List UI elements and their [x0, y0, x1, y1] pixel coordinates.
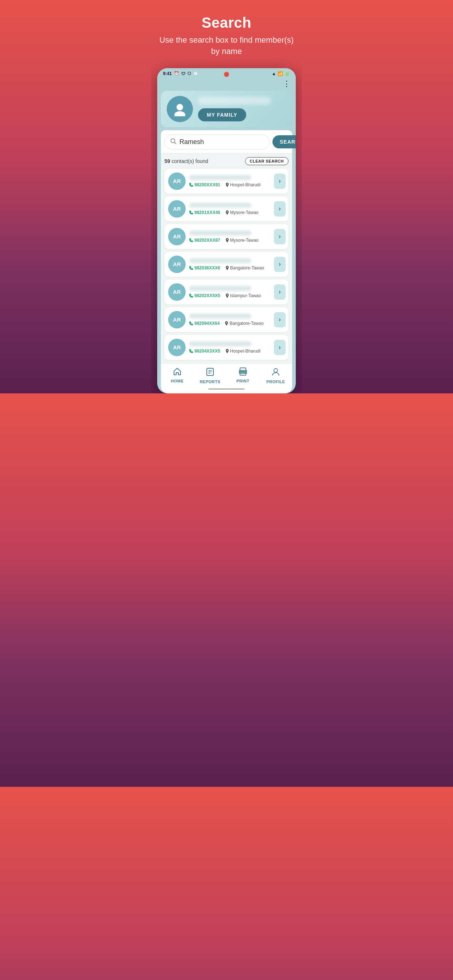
- contact-info: 98202XX5X5 Islampur-Tawao: [189, 286, 270, 298]
- reports-icon: [206, 368, 214, 379]
- status-clock-icon: 🕐: [193, 71, 198, 76]
- location-icon: [225, 238, 229, 242]
- contact-phone: 982094XX64: [189, 321, 220, 326]
- contact-chevron-button[interactable]: ›: [274, 257, 286, 272]
- svg-line-3: [175, 142, 176, 144]
- contact-details: 98200XXX91 Hospet-Bharudi: [189, 182, 270, 188]
- profile-info: MY FAMILY: [198, 97, 286, 121]
- location-icon: [225, 210, 229, 215]
- avatar: [167, 96, 193, 122]
- search-section: SEARCH FILTERS: [161, 130, 292, 153]
- search-button[interactable]: SEARCH: [273, 135, 296, 148]
- svg-point-12: [274, 369, 278, 372]
- svg-rect-8: [240, 368, 246, 372]
- contact-location: Mysore-Tawao: [225, 210, 258, 215]
- contact-avatar: AR: [168, 172, 186, 190]
- contact-name-blurred: [189, 203, 251, 208]
- search-icon: [170, 138, 177, 146]
- home-indicator: [161, 386, 292, 393]
- results-count: 59 contact(s) found: [164, 158, 208, 164]
- contact-info: 98202XXX87 Mysore-Tawao: [189, 231, 270, 243]
- menu-button[interactable]: ⋮: [157, 78, 296, 89]
- contact-location: Mysore-Tawao: [225, 238, 258, 243]
- clear-search-button[interactable]: CLEAR SEARCH: [245, 157, 289, 165]
- phone-icon: [189, 266, 193, 270]
- contact-info: 98200XXX91 Hospet-Bharudi: [189, 175, 270, 188]
- contact-avatar: AR: [168, 228, 186, 245]
- contact-avatar: AR: [168, 283, 186, 301]
- location-icon: [225, 183, 229, 187]
- home-label: HOME: [171, 379, 184, 383]
- contact-phone: 98200XXX91: [189, 182, 220, 188]
- status-time: 9:41: [163, 71, 172, 76]
- search-input-wrapper[interactable]: [164, 135, 270, 150]
- contact-location: Hospet-Bharudi: [225, 182, 260, 188]
- phone-icon: [189, 321, 193, 325]
- location-icon: [225, 266, 229, 270]
- contacts-list: AR 98200XXX91 Hospet-Bharudi › A: [164, 169, 289, 360]
- contact-details: 982094XX64 Bangalore-Tawao: [189, 321, 270, 326]
- contact-location: Bangalore-Tawao: [225, 266, 264, 270]
- nav-item-profile[interactable]: PROFILE: [259, 368, 292, 384]
- contact-card: AR 98200XXX91 Hospet-Bharudi ›: [164, 169, 289, 194]
- contact-details: 98202XX5X5 Islampur-Tawao: [189, 293, 270, 298]
- svg-point-1: [174, 111, 185, 116]
- contact-chevron-button[interactable]: ›: [274, 201, 286, 216]
- contact-card: AR 98202XXX87 Mysore-Tawao ›: [164, 224, 289, 249]
- record-dot: [224, 72, 229, 77]
- contact-avatar: AR: [168, 339, 186, 356]
- phone-icon: [189, 238, 193, 242]
- contact-chevron-button[interactable]: ›: [274, 173, 286, 189]
- contact-details: 98204X3XX5 Hospet-Bharudi: [189, 348, 270, 354]
- page-title: Search: [158, 14, 295, 31]
- status-alarm-icon: ⏰: [174, 71, 179, 76]
- nav-item-print[interactable]: PRINT: [226, 368, 259, 384]
- contact-info: 982094XX64 Bangalore-Tawao: [189, 313, 270, 326]
- search-input[interactable]: [179, 138, 264, 146]
- profile-name-blurred: [198, 97, 271, 105]
- contact-name-blurred: [189, 175, 251, 180]
- contact-chevron-button[interactable]: ›: [274, 229, 286, 244]
- status-shield-icon: 🛡: [181, 72, 185, 76]
- contact-card: AR 98201XXX45 Mysore-Tawao ›: [164, 197, 289, 221]
- contact-phone: 982036XXX6: [189, 266, 220, 270]
- status-left: 9:41 ⏰ 🛡 ⬡ 🕐: [163, 71, 198, 76]
- contact-name-blurred: [189, 258, 251, 263]
- contact-location: Islampur-Tawao: [225, 293, 261, 298]
- contact-avatar: AR: [168, 256, 186, 273]
- search-row: SEARCH FILTERS: [164, 135, 289, 150]
- nav-item-reports[interactable]: REPORTS: [194, 368, 226, 384]
- svg-point-11: [245, 372, 246, 372]
- bottom-nav: HOME REPORTS PRI: [161, 363, 292, 386]
- contact-details: 98202XXX87 Mysore-Tawao: [189, 238, 270, 243]
- phone-icon: [189, 183, 193, 187]
- contact-phone: 98202XX5X5: [189, 293, 220, 298]
- contact-chevron-button[interactable]: ›: [274, 312, 286, 328]
- header-section: Search Use the search box to find member…: [151, 0, 302, 65]
- location-icon: [225, 349, 229, 353]
- signal-icon: 📶: [278, 71, 283, 76]
- contact-name-blurred: [189, 341, 251, 346]
- contact-info: 98204X3XX5 Hospet-Bharudi: [189, 341, 270, 354]
- phone-icon: [189, 293, 193, 298]
- battery-icon: 🔋: [284, 71, 290, 76]
- svg-rect-9: [240, 372, 246, 375]
- svg-point-0: [177, 104, 183, 110]
- wifi-icon: ▲: [272, 71, 276, 76]
- contact-avatar: AR: [168, 311, 186, 328]
- status-right: ▲ 📶 🔋: [272, 71, 290, 76]
- contact-chevron-button[interactable]: ›: [274, 340, 286, 355]
- contact-avatar: AR: [168, 200, 186, 218]
- contact-location: Bangalore-Tawao: [225, 321, 263, 326]
- contact-phone: 98202XXX87: [189, 238, 220, 243]
- profile-icon: [272, 368, 280, 379]
- home-icon: [173, 368, 182, 378]
- contact-phone: 98201XXX45: [189, 210, 220, 215]
- nav-item-home[interactable]: HOME: [161, 368, 194, 384]
- contact-name-blurred: [189, 313, 251, 319]
- contact-chevron-button[interactable]: ›: [274, 285, 286, 300]
- phone-frame: 9:41 ⏰ 🛡 ⬡ 🕐 ▲ 📶 🔋 ⋮ MY FAMILY: [157, 68, 296, 393]
- contact-phone: 98204X3XX5: [189, 348, 220, 354]
- my-family-button[interactable]: MY FAMILY: [198, 108, 246, 121]
- status-bar: 9:41 ⏰ 🛡 ⬡ 🕐 ▲ 📶 🔋: [157, 68, 296, 78]
